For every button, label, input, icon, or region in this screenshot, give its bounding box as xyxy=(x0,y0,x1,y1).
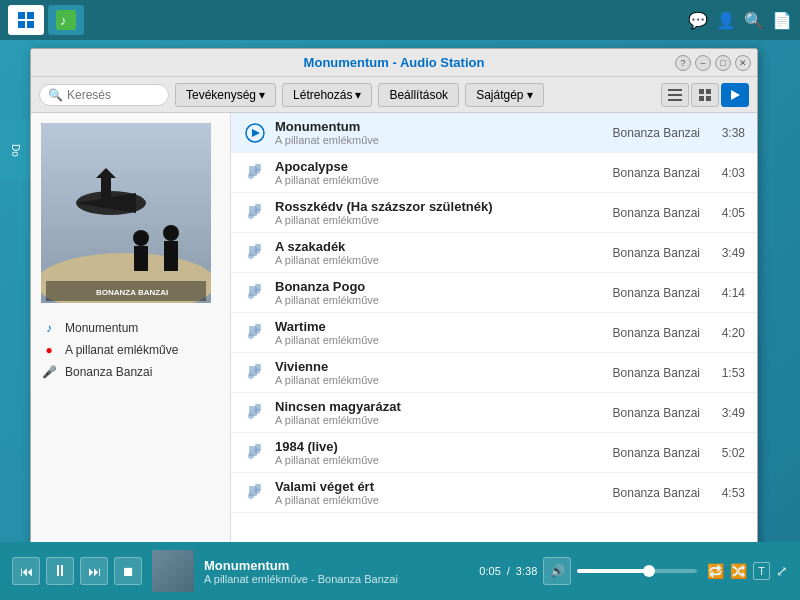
mic-icon: 🎤 xyxy=(41,364,57,380)
track-item[interactable]: Wartime A pillanat emlékműve Bonanza Ban… xyxy=(231,313,757,353)
track-artist: Bonanza Banzai xyxy=(570,206,700,220)
track-info: Rosszkédv (Ha százszor születnék) A pill… xyxy=(275,199,570,226)
track-item[interactable]: Bonanza Pogo A pillanat emlékműve Bonanz… xyxy=(231,273,757,313)
track-duration: 4:53 xyxy=(700,486,745,500)
track-item[interactable]: Monumentum A pillanat emlékműve Bonanza … xyxy=(231,113,757,153)
track-duration: 4:03 xyxy=(700,166,745,180)
svg-rect-8 xyxy=(668,99,682,101)
list-view-button[interactable] xyxy=(661,83,689,107)
track-duration: 3:49 xyxy=(700,246,745,260)
track-artist: Bonanza Banzai xyxy=(570,126,700,140)
track-subtitle: A pillanat emlékműve xyxy=(275,254,570,266)
user-icon[interactable]: 👤 xyxy=(716,11,736,30)
track-info: Wartime A pillanat emlékműve xyxy=(275,319,570,346)
track-subtitle: A pillanat emlékműve xyxy=(275,374,570,386)
next-button[interactable]: ⏭ xyxy=(80,557,108,585)
svg-text:BONANZA BANZAI: BONANZA BANZAI xyxy=(96,288,168,297)
svg-point-22 xyxy=(163,225,179,241)
track-play-icon xyxy=(243,361,267,385)
track-duration: 4:14 xyxy=(700,286,745,300)
play-view-button[interactable] xyxy=(721,83,749,107)
taskbar-grid-icon[interactable] xyxy=(8,5,44,35)
shuffle-icon[interactable]: 🔀 xyxy=(730,563,747,579)
search-input[interactable] xyxy=(67,88,167,102)
track-item[interactable]: A szakadék A pillanat emlékműve Bonanza … xyxy=(231,233,757,273)
track-duration: 4:05 xyxy=(700,206,745,220)
repeat-icon[interactable]: 🔁 xyxy=(707,563,724,579)
track-item[interactable]: Rosszkédv (Ha százszor születnék) A pill… xyxy=(231,193,757,233)
fullscreen-icon[interactable]: ⤢ xyxy=(776,563,788,579)
maximize-button[interactable]: □ xyxy=(715,55,731,71)
now-playing-thumb xyxy=(152,550,194,592)
chat-icon[interactable]: 💬 xyxy=(688,11,708,30)
track-play-icon xyxy=(243,161,267,185)
volume-slider[interactable] xyxy=(577,569,697,573)
svg-rect-0 xyxy=(18,12,25,19)
prev-button[interactable]: ⏮ xyxy=(12,557,40,585)
track-duration: 5:02 xyxy=(700,446,745,460)
current-time: 0:05 xyxy=(479,565,500,577)
track-play-icon xyxy=(243,281,267,305)
track-title: Bonanza Pogo xyxy=(275,279,570,294)
create-button[interactable]: Létrehozás ▾ xyxy=(282,83,372,107)
svg-point-31 xyxy=(254,168,260,174)
track-info: Apocalypse A pillanat emlékműve xyxy=(275,159,570,186)
volume-icon[interactable]: 🔊 xyxy=(543,557,571,585)
track-item[interactable]: 1984 (live) A pillanat emlékműve Bonanza… xyxy=(231,433,757,473)
track-item[interactable]: Vivienne A pillanat emlékműve Bonanza Ba… xyxy=(231,353,757,393)
toolbar: 🔍 Tevékenység ▾ Létrehozás ▾ Beállítások… xyxy=(31,77,757,113)
track-duration: 4:20 xyxy=(700,326,745,340)
track-subtitle: A pillanat emlékműve xyxy=(275,334,570,346)
mydevice-button[interactable]: Sajátgép ▾ xyxy=(465,83,543,107)
track-info: 1984 (live) A pillanat emlékműve xyxy=(275,439,570,466)
app-window: Monumentum - Audio Station ? – □ ✕ 🔍 Tev… xyxy=(30,48,758,558)
track-title: Apocalypse xyxy=(275,159,570,174)
track-artist: Bonanza Banzai xyxy=(570,446,700,460)
svg-rect-10 xyxy=(706,89,711,94)
svg-point-42 xyxy=(248,293,254,299)
svg-rect-9 xyxy=(699,89,704,94)
info-icon[interactable]: 📄 xyxy=(772,11,792,30)
extra-controls: 🔁 🔀 T ⤢ xyxy=(707,562,788,580)
close-button[interactable]: ✕ xyxy=(735,55,751,71)
track-list: Monumentum A pillanat emlékműve Bonanza … xyxy=(231,113,757,557)
track-artist: Bonanza Banzai xyxy=(570,326,700,340)
track-item[interactable]: Valami véget ért A pillanat emlékműve Bo… xyxy=(231,473,757,513)
album-artist-row: 🎤 Bonanza Banzai xyxy=(41,361,220,383)
svg-point-51 xyxy=(254,368,260,374)
search-box[interactable]: 🔍 xyxy=(39,84,169,106)
track-info: Valami véget ért A pillanat emlékműve xyxy=(275,479,570,506)
minimize-button[interactable]: – xyxy=(695,55,711,71)
track-artist: Bonanza Banzai xyxy=(570,366,700,380)
svg-marker-27 xyxy=(252,129,260,137)
taskbar-music-icon[interactable]: ♪ xyxy=(48,5,84,35)
track-title: Wartime xyxy=(275,319,570,334)
track-info: Nincsen magyarázat A pillanat emlékműve xyxy=(275,399,570,426)
search-icon: 🔍 xyxy=(48,88,63,102)
desktop: Do Monumentum - Audio Station ? – □ ✕ 🔍 … xyxy=(0,40,800,600)
search-icon[interactable]: 🔍 xyxy=(744,11,764,30)
track-subtitle: A pillanat emlékműve xyxy=(275,214,570,226)
pause-button[interactable]: ⏸ xyxy=(46,557,74,585)
track-title: 1984 (live) xyxy=(275,439,570,454)
help-button[interactable]: ? xyxy=(675,55,691,71)
track-title: Monumentum xyxy=(275,119,570,134)
chevron-down-icon: ▾ xyxy=(527,88,533,102)
track-item[interactable]: Nincsen magyarázat A pillanat emlékműve … xyxy=(231,393,757,433)
track-item[interactable]: Apocalypse A pillanat emlékműve Bonanza … xyxy=(231,153,757,193)
track-play-icon xyxy=(243,201,267,225)
settings-button[interactable]: Beállítások xyxy=(378,83,459,107)
svg-point-35 xyxy=(254,208,260,214)
lyrics-icon[interactable]: T xyxy=(753,562,770,580)
record-icon: ● xyxy=(41,342,57,358)
album-title-row: ♪ Monumentum xyxy=(41,317,220,339)
grid-view-button[interactable] xyxy=(691,83,719,107)
track-artist: Bonanza Banzai xyxy=(570,486,700,500)
track-title: Valami véget ért xyxy=(275,479,570,494)
taskbar-right-controls: 💬 👤 🔍 📄 xyxy=(688,11,792,30)
track-play-icon xyxy=(243,481,267,505)
svg-rect-7 xyxy=(668,94,682,96)
stop-button[interactable]: ⏹ xyxy=(114,557,142,585)
activity-button[interactable]: Tevékenység ▾ xyxy=(175,83,276,107)
svg-point-55 xyxy=(254,408,260,414)
